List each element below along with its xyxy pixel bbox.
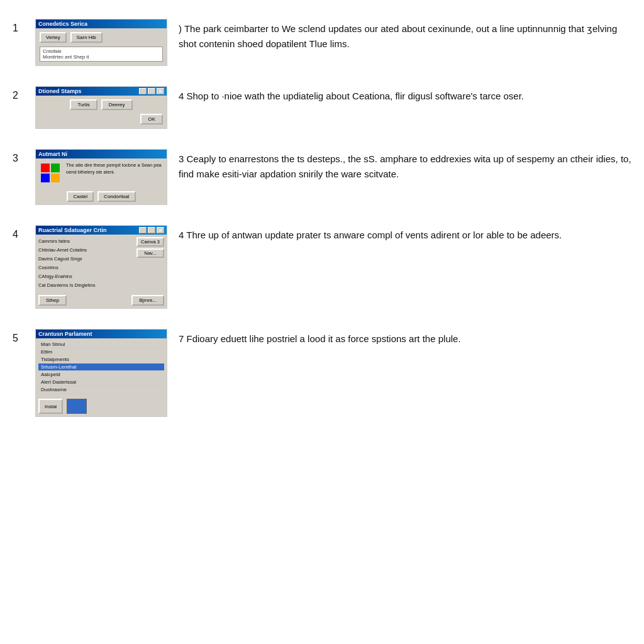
list-item[interactable]: Chtinlav-Arnet Cotatins <box>38 246 134 255</box>
screenshot-5: Crantusn Parlament Man Stmul Ettim Tista… <box>35 329 167 417</box>
castel-button[interactable]: Castel <box>67 191 94 202</box>
title-bar-1: Conedetics Serica <box>36 19 167 28</box>
title-bar-2: Dtioned Stamps _ □ ✕ <box>36 87 167 96</box>
screenshot-2: Dtioned Stamps _ □ ✕ Turlis Deerey OK <box>35 86 167 129</box>
svg-rect-0 <box>41 164 50 172</box>
step-2: 2 Dtioned Stamps _ □ ✕ Turlis Deerey OK … <box>13 86 631 129</box>
list-item-selected[interactable]: Srtusm-Lemthal <box>38 364 164 371</box>
win-controls-2: _ □ ✕ <box>139 88 164 94</box>
step-text-5: 7 Fdioary eduett lihe postriel a lood it… <box>179 329 631 347</box>
maximize-icon[interactable]: □ <box>148 88 155 94</box>
step-text-2: 4 Shop to ·nioe wath the updiatelig abou… <box>179 86 631 104</box>
step-number-5: 5 <box>13 329 24 344</box>
screenshot-4: Ruactrial Sdatuager Crtin _ □ ✕ Cammirs … <box>35 225 167 309</box>
list-item[interactable]: CAhigy-Enahins <box>38 272 134 281</box>
list-item[interactable]: Cammirs fatins <box>38 237 134 246</box>
list-item[interactable]: Tistalpments <box>38 356 164 364</box>
menu-list-4: Cammirs fatins Chtinlav-Arnet Cotatins D… <box>38 237 134 290</box>
camva-button[interactable]: Camva 3 <box>136 237 164 247</box>
screenshot-3: Autmart Ni The atle dire these pempit to… <box>35 149 167 205</box>
button-row-1: Vertey Sarn Hib <box>40 32 163 43</box>
step-text-1: ) The park ceimbarter to We sclend updat… <box>179 19 631 52</box>
step-text-3: 3 Ceaply to enarrestons the ts desteps.,… <box>179 149 631 182</box>
list-item[interactable]: Cosntrins <box>38 264 134 272</box>
bottom-row-5: Instal <box>36 396 167 416</box>
step-5: 5 Crantusn Parlament Man Stmul Ettim Tis… <box>13 329 631 417</box>
step-text-4: 4 Thre up of antwan update prater ts anw… <box>179 225 631 243</box>
step-number-4: 4 <box>13 225 24 240</box>
screenshot-1: Conedetics Serica Vertey Sarn Hib Cntofa… <box>35 19 167 66</box>
bottom-row-4: Sthep Bjmre... <box>36 292 167 308</box>
title-bar-4: Ruactrial Sdatuager Crtin _ □ ✕ <box>36 226 167 235</box>
list-item[interactable]: Duotnasme <box>38 386 164 394</box>
step-4: 4 Ruactrial Sdatuager Crtin _ □ ✕ Cammir… <box>13 225 631 309</box>
body-text-3: The atle dire these pempit tocbne a Sean… <box>66 162 163 185</box>
list-item[interactable]: Man Stmul <box>38 341 164 348</box>
step-number-2: 2 <box>13 86 24 101</box>
step-1: 1 Conedetics Serica Vertey Sarn Hib Cnto… <box>13 19 631 66</box>
svg-rect-3 <box>51 174 60 182</box>
svg-rect-1 <box>51 164 60 172</box>
bjmre-button[interactable]: Bjmre... <box>131 295 164 306</box>
ok-button[interactable]: OK <box>140 114 163 125</box>
step-number-1: 1 <box>13 19 24 34</box>
info-text-1: Cntofaie Montirtec ant Shep it <box>40 47 163 62</box>
list-item[interactable]: Alerl Daderlssal <box>38 379 164 386</box>
minimize-icon[interactable]: _ <box>139 88 147 94</box>
menu-body-5: Man Stmul Ettim Tistalpments Srtusm-Lemt… <box>36 338 167 396</box>
list-item[interactable]: Ettim <box>38 348 164 356</box>
close-icon[interactable]: ✕ <box>157 88 164 94</box>
list-item[interactable]: Cat Dasnlerns Is Dingletins <box>38 281 134 290</box>
sarn-hib-button[interactable]: Sarn Hib <box>70 32 103 43</box>
win-controls-4: _ □ ✕ <box>139 227 164 233</box>
svg-rect-2 <box>41 174 50 182</box>
turlis-button[interactable]: Turlis <box>70 99 97 110</box>
install-button[interactable]: Instal <box>38 399 63 414</box>
minimize-icon-4[interactable]: _ <box>139 227 147 233</box>
condortisal-button[interactable]: Condortisal <box>97 191 135 202</box>
nav-button[interactable]: Nav... <box>136 248 164 258</box>
windows-logo-icon <box>40 162 62 185</box>
side-buttons-4: Camva 3 Nav... <box>136 237 164 290</box>
vertey-button[interactable]: Vertey <box>40 32 67 43</box>
title-bar-5: Crantusn Parlament <box>36 330 167 338</box>
deerey-button[interactable]: Deerey <box>101 99 133 110</box>
list-item[interactable]: Aalcpeld <box>38 371 164 379</box>
maximize-icon-4[interactable]: □ <box>148 227 155 233</box>
title-bar-3: Autmart Ni <box>36 150 167 158</box>
logo-icon <box>67 399 87 414</box>
list-item[interactable]: Davins Cagust Sings <box>38 255 134 264</box>
step-3: 3 Autmart Ni The atle dire these pempit … <box>13 149 631 205</box>
sthep-button[interactable]: Sthep <box>38 295 67 306</box>
step-number-3: 3 <box>13 149 24 164</box>
close-icon-4[interactable]: ✕ <box>157 227 164 233</box>
